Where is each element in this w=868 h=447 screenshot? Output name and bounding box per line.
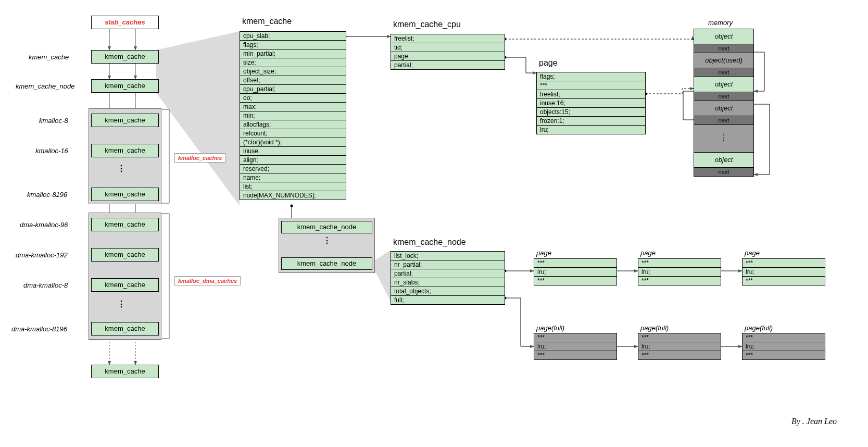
list-node-dma-8: kmem_cache [91, 278, 159, 292]
dma-kmalloc-group [89, 213, 161, 340]
page3-title: page [745, 249, 760, 257]
struct-field: flags; [240, 40, 346, 49]
struct-field: partial; [391, 269, 505, 278]
kmalloc-dma-caches-label: kmalloc_dma_caches [174, 276, 241, 285]
struct-field: full; [391, 295, 505, 305]
vdots-icon-2: ⋮ [117, 302, 127, 306]
struct-field: tid; [391, 43, 505, 52]
list-node-kmalloc-16: kmem_cache [91, 144, 159, 157]
struct-field: total_objects; [391, 287, 505, 296]
memory-cell: ⋮ [694, 125, 754, 153]
memory-cell: object [694, 101, 754, 116]
page-full-2: ***lru;*** [638, 333, 721, 360]
pagefull1-title: page(full) [536, 324, 564, 332]
memory-cell: object [694, 152, 754, 168]
struct-field: min_partial; [240, 49, 346, 58]
list-node-dma-96: kmem_cache [91, 218, 159, 231]
memory-cell: next [694, 92, 754, 101]
memory-cell: next [694, 167, 754, 177]
struct-field: *** [742, 258, 825, 268]
page-partial-3: ***lru;*** [742, 258, 825, 285]
page-full-1: ***lru;*** [534, 333, 617, 360]
memory-cell: next [694, 44, 754, 53]
memory-cell: object(used) [694, 53, 754, 68]
page-title: page [539, 58, 558, 68]
struct-field: lru; [534, 342, 617, 351]
struct-field: *** [742, 333, 825, 342]
struct-field: *** [534, 351, 617, 360]
page-partial-1: ***lru;*** [534, 258, 617, 285]
struct-field: *** [534, 276, 617, 285]
kmem-cache-cpu-struct: freelist;tid;page;partial; [391, 34, 505, 70]
memory-cell: object [694, 29, 754, 44]
slab-caches-head: slab_caches [91, 16, 159, 29]
label-dma-192: dma-kmalloc-192 [16, 251, 68, 259]
list-node-kmalloc-8: kmem_cache [91, 114, 159, 127]
struct-field: reserved; [240, 164, 346, 173]
list-node-kmem-cache-node: kmem_cache [91, 79, 159, 93]
struct-field: list_lock; [391, 251, 505, 260]
struct-field: align; [240, 155, 346, 165]
kmem-cache-title: kmem_cache [242, 17, 292, 26]
struct-field: lru; [742, 342, 825, 351]
slab-caches-label: slab_caches [105, 18, 145, 26]
kmem-cache-node-title: kmem_cache_node [393, 238, 466, 247]
struct-field: lru; [742, 267, 825, 277]
kmem-cache-cpu-title: kmem_cache_cpu [393, 20, 461, 29]
struct-field: page; [391, 52, 505, 61]
kmem-cache-node-struct: list_lock;nr_partial;partial;nr_slabs;to… [391, 251, 505, 305]
struct-field: freelist; [536, 90, 646, 99]
struct-field: max; [240, 102, 346, 111]
struct-field: *** [638, 258, 721, 268]
memory-cell: next [694, 68, 754, 77]
struct-field: frozen:1; [536, 116, 646, 126]
label-dma-8: dma-kmalloc-8 [23, 281, 68, 289]
label-kmem-cache-node: kmem_cache_node [16, 82, 74, 90]
signature: By . Jean Leo [791, 417, 837, 426]
struct-field: inuse:16; [536, 98, 646, 108]
pagefull2-title: page(full) [640, 324, 669, 332]
struct-field: node[MAX_NUMNODES]; [240, 191, 346, 200]
struct-field: offset; [240, 76, 346, 85]
struct-field: size; [240, 58, 346, 67]
kmem-cache-struct: cpu_slab;flags;min_partial;size;object_s… [240, 31, 346, 200]
struct-field: inuse; [240, 146, 346, 156]
struct-field: allocflags; [240, 120, 346, 129]
label-kmem-cache: kmem_cache [29, 53, 69, 61]
struct-field: nr_slabs; [391, 278, 505, 287]
struct-field: *** [534, 258, 617, 268]
struct-field: oo; [240, 93, 346, 103]
struct-field: lru; [638, 267, 721, 277]
struct-field: partial; [391, 60, 505, 70]
label-dma-8196: dma-kmalloc-8196 [11, 325, 67, 333]
struct-field: nr_partial; [391, 260, 505, 269]
struct-field: cpu_partial; [240, 84, 346, 94]
struct-field: *** [638, 276, 721, 285]
page2-title: page [640, 249, 656, 257]
page1-title: page [536, 249, 551, 257]
struct-field: cpu_slab; [240, 31, 346, 41]
struct-field: *** [536, 81, 646, 90]
struct-field: *** [742, 351, 825, 360]
list-node-dma-192: kmem_cache [91, 248, 159, 262]
memory-cell: next [694, 116, 754, 125]
label-dma-96: dma-kmalloc-96 [20, 221, 68, 229]
struct-field: (*ctor)(void *); [240, 138, 346, 147]
vdots-icon-3: ⋮ [323, 239, 332, 243]
struct-field: lru; [638, 342, 721, 351]
list-node-tail: kmem_cache [91, 365, 159, 378]
struct-field: min; [240, 111, 346, 120]
page-struct: flags;***freelist;inuse:16;objects:15;fr… [536, 72, 646, 134]
label-kmalloc-8196: kmalloc-8196 [27, 191, 67, 198]
list-node-kmalloc-8196: kmem_cache [91, 188, 159, 201]
node-array-item-bottom: kmem_cache_node [281, 257, 372, 270]
struct-field: lru; [534, 267, 617, 277]
struct-field: object_size; [240, 67, 346, 76]
struct-field: flags; [536, 72, 646, 81]
page-full-3: ***lru;*** [742, 333, 825, 360]
pagefull3-title: page(full) [745, 324, 773, 332]
label-kmalloc-16: kmalloc-16 [35, 147, 68, 155]
list-node-kmem-cache: kmem_cache [91, 50, 159, 64]
kmalloc-caches-label: kmalloc_caches [174, 153, 225, 163]
struct-field: refcount; [240, 129, 346, 138]
